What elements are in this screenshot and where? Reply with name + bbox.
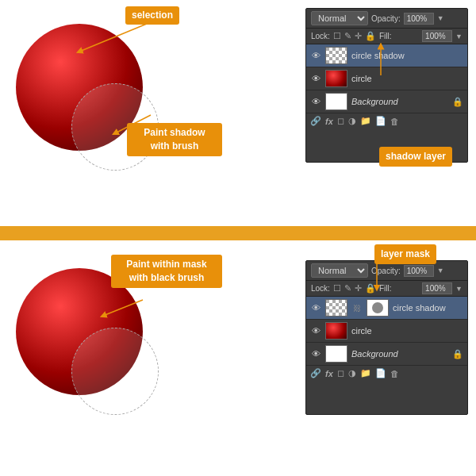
opacity-row-bottom: Opacity: ▼ [371, 265, 463, 277]
eye-icon-3[interactable]: 👁 [310, 96, 321, 107]
thumb-circle-shadow-bottom [325, 299, 347, 317]
thumb-circle-bottom [325, 322, 347, 340]
opacity-row-top: Opacity: ▼ [371, 13, 463, 25]
thumb-background-bottom [325, 345, 347, 363]
layer-name-shadow-bottom: circle shadow [393, 303, 463, 313]
bg-lock-top: 🔒 [452, 97, 463, 107]
selection-circle-bottom [71, 328, 159, 415]
opacity-label-top: Opacity: [371, 14, 401, 23]
ps-lock-row-top: Lock: ☐ ✎ ✛ 🔒 Fill: ▼ [306, 29, 467, 44]
ps-lock-row-bottom: Lock: ☐ ✎ ✛ 🔒 Fill: ▼ [306, 281, 467, 297]
thumb-mask-bottom [367, 299, 389, 317]
link-icon-top[interactable]: 🔗 [310, 116, 321, 126]
opacity-arrow-top: ▼ [437, 14, 444, 22]
chain-icon-bottom: ⛓ [351, 304, 363, 313]
fill-input-bottom[interactable] [422, 282, 452, 294]
layer-name-circle-top: circle [351, 74, 463, 83]
folder-icon-bottom[interactable]: 📁 [360, 368, 371, 378]
blend-mode-dropdown-bottom[interactable]: Normal [311, 263, 368, 278]
fx-icon-bottom[interactable]: fx [325, 369, 333, 378]
lock-label-top: Lock: [311, 32, 330, 40]
layer-circle-shadow-bottom[interactable]: 👁 ⛓ circle shadow [306, 297, 467, 320]
layer-background-top[interactable]: 👁 Background 🔒 [306, 90, 467, 113]
fx-icon-top[interactable]: fx [325, 117, 333, 126]
eye-icon-b1[interactable]: 👁 [310, 302, 321, 313]
opacity-input-bottom[interactable] [404, 265, 434, 277]
selection-annotation: selection [125, 6, 179, 25]
adjustment-icon-bottom[interactable]: ◑ [348, 368, 356, 378]
thumb-background-top [325, 93, 347, 110]
eye-icon-2[interactable]: 👁 [310, 73, 321, 84]
paint-mask-annotation: Paint within maskwith black brush [111, 255, 222, 288]
lock-icon-3: ✛ [355, 31, 362, 41]
layer-background-bottom[interactable]: 👁 Background 🔒 [306, 343, 467, 366]
fill-arrow-top: ▼ [455, 33, 463, 40]
layer-name-circle-bottom: circle [351, 326, 463, 336]
layer-circle-top[interactable]: 👁 circle [306, 67, 467, 90]
folder-icon-top[interactable]: 📁 [360, 116, 371, 126]
trash-icon-top[interactable]: 🗑 [390, 117, 399, 126]
thumb-circle-shadow-top [325, 47, 347, 64]
ps-panel-top-header: Normal Opacity: ▼ [306, 9, 467, 29]
ps-footer-bottom: 🔗 fx ◻ ◑ 📁 📄 🗑 [306, 366, 467, 381]
opacity-arrow-bottom: ▼ [437, 267, 444, 274]
mask-icon-bottom[interactable]: ◻ [337, 368, 344, 378]
layer-name-background-bottom: Background [351, 349, 448, 359]
lock-icon-1: ☐ [333, 31, 341, 41]
eye-icon-1[interactable]: 👁 [310, 50, 321, 61]
ps-footer-top: 🔗 fx ◻ ◑ 📁 📄 🗑 [306, 113, 467, 129]
shadow-layer-annotation: shadow layer [379, 147, 452, 167]
ps-panel-bottom: Normal Opacity: ▼ Lock: ☐ ✎ ✛ 🔒 Fill: ▼ … [305, 260, 468, 415]
paint-shadow-annotation: Paint shadowwith brush [127, 123, 222, 156]
layer-name-background-top: Background [351, 97, 448, 106]
new-layer-icon-top[interactable]: 📄 [375, 116, 386, 126]
eye-icon-b3[interactable]: 👁 [310, 348, 321, 359]
layer-circle-shadow-top[interactable]: 👁 circle shadow [306, 44, 467, 67]
lock-icon-b3: ✛ [355, 283, 362, 294]
fill-label-top: Fill: [379, 32, 419, 40]
top-section: selection Paint shadowwith brush Normal … [0, 0, 476, 226]
lock-icon-b4: 🔒 [365, 283, 376, 294]
mask-icon-top[interactable]: ◻ [337, 116, 344, 126]
eye-icon-b2[interactable]: 👁 [310, 325, 321, 336]
thumb-circle-top [325, 70, 347, 87]
opacity-label-bottom: Opacity: [371, 267, 401, 275]
link-icon-bottom[interactable]: 🔗 [310, 368, 321, 378]
layer-circle-bottom[interactable]: 👁 circle [306, 320, 467, 343]
new-layer-icon-bottom[interactable]: 📄 [375, 368, 386, 378]
lock-icon-b1: ☐ [333, 283, 341, 294]
bg-lock-bottom: 🔒 [452, 349, 463, 359]
layer-name-circle-shadow-top: circle shadow [351, 51, 463, 60]
bottom-section: Paint within maskwith black brush Normal… [0, 240, 476, 476]
opacity-input-top[interactable] [404, 13, 434, 25]
lock-icon-4: 🔒 [365, 31, 376, 41]
lock-label-bottom: Lock: [311, 284, 330, 293]
layer-mask-annotation: layer mask [374, 244, 436, 264]
lock-icon-2: ✎ [344, 31, 351, 41]
fill-input-top[interactable] [422, 30, 452, 42]
lock-icon-b2: ✎ [344, 283, 351, 294]
trash-icon-bottom[interactable]: 🗑 [390, 369, 399, 378]
fill-arrow-bottom: ▼ [455, 285, 463, 293]
divider [0, 226, 476, 240]
ps-panel-top: Normal Opacity: ▼ Lock: ☐ ✎ ✛ 🔒 Fill: ▼ … [305, 8, 468, 163]
fill-label-bottom: Fill: [379, 284, 419, 293]
adjustment-icon-top[interactable]: ◑ [348, 116, 356, 126]
blend-mode-dropdown-top[interactable]: Normal [311, 11, 368, 25]
